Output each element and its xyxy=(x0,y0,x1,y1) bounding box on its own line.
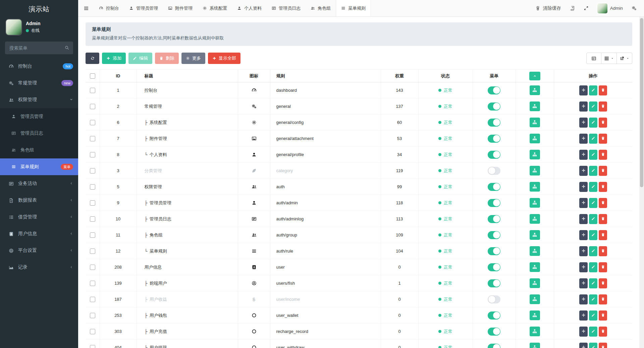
menu-toggle[interactable] xyxy=(488,328,500,336)
row-checkbox[interactable] xyxy=(90,152,95,157)
delete-row-button[interactable] xyxy=(599,198,607,208)
navbar-tab[interactable]: 管理员管理 xyxy=(124,0,163,16)
menu-toggle[interactable] xyxy=(488,86,500,94)
row-checkbox[interactable] xyxy=(90,281,95,286)
menu-toggle[interactable] xyxy=(488,119,500,127)
drag-sort-button[interactable] xyxy=(579,150,588,160)
menu-toggle[interactable] xyxy=(488,263,500,271)
edit-row-button[interactable] xyxy=(589,262,597,272)
language-button[interactable] xyxy=(570,6,575,11)
row-checkbox[interactable] xyxy=(90,297,95,302)
edit-row-button[interactable] xyxy=(589,166,597,176)
sitemap-button[interactable] xyxy=(530,230,540,240)
sidebar-item[interactable]: 借贷管理 xyxy=(0,209,78,225)
edit-row-button[interactable] xyxy=(589,182,597,192)
delete-row-button[interactable] xyxy=(599,327,607,337)
fullscreen-button[interactable] xyxy=(584,6,589,11)
delete-row-button[interactable] xyxy=(599,134,607,144)
delete-row-button[interactable] xyxy=(599,294,607,304)
column-header-icon[interactable]: 图标 xyxy=(238,70,270,82)
sitemap-button[interactable] xyxy=(530,101,540,111)
clear-cache-button[interactable]: 清除缓存 xyxy=(535,5,561,11)
column-header-rule[interactable]: 规则 xyxy=(270,70,381,82)
delete-row-button[interactable] xyxy=(599,85,607,95)
row-checkbox[interactable] xyxy=(90,249,95,254)
drag-sort-button[interactable] xyxy=(579,343,588,348)
user-menu[interactable]: Admin xyxy=(597,3,623,13)
edit-row-button[interactable] xyxy=(589,101,597,112)
edit-row-button[interactable] xyxy=(589,134,597,144)
sidebar-toggle-button[interactable] xyxy=(78,0,94,16)
edit-row-button[interactable] xyxy=(589,246,597,256)
delete-row-button[interactable] xyxy=(599,262,607,272)
drag-sort-button[interactable] xyxy=(579,118,588,128)
sidebar-item[interactable]: 管理员管理 xyxy=(0,108,78,125)
delete-row-button[interactable] xyxy=(599,214,607,224)
edit-row-button[interactable] xyxy=(589,294,597,304)
sitemap-button[interactable] xyxy=(530,150,540,159)
row-checkbox[interactable] xyxy=(90,200,95,206)
delete-row-button[interactable] xyxy=(599,246,607,256)
columns-view-button[interactable] xyxy=(601,53,617,64)
row-checkbox[interactable] xyxy=(90,104,95,109)
sidebar-item[interactable]: 控制台hot xyxy=(0,58,78,75)
menu-toggle[interactable] xyxy=(488,199,500,207)
sitemap-button[interactable] xyxy=(530,246,540,256)
column-header-menu[interactable]: 菜单 xyxy=(473,70,516,82)
column-header-title[interactable]: 标题 xyxy=(137,70,238,82)
drag-sort-button[interactable] xyxy=(579,134,588,144)
sidebar-item[interactable]: 权限管理 xyxy=(0,91,78,108)
menu-toggle[interactable] xyxy=(488,247,500,255)
delete-row-button[interactable] xyxy=(599,118,607,128)
sidebar-item[interactable]: 记录 xyxy=(0,259,78,276)
row-checkbox[interactable] xyxy=(90,88,95,93)
edit-row-button[interactable] xyxy=(589,214,597,224)
sitemap-button[interactable] xyxy=(530,262,540,272)
vertical-scrollbar[interactable] xyxy=(639,17,644,348)
row-checkbox[interactable] xyxy=(90,184,95,190)
select-all-checkbox[interactable] xyxy=(90,73,95,79)
edit-row-button[interactable] xyxy=(589,278,597,288)
drag-sort-button[interactable] xyxy=(579,182,588,192)
menu-toggle[interactable] xyxy=(488,311,500,320)
drag-sort-button[interactable] xyxy=(579,101,588,112)
column-header-status[interactable]: 状态 xyxy=(418,70,473,82)
edit-row-button[interactable] xyxy=(589,343,597,348)
menu-toggle[interactable] xyxy=(488,215,500,223)
row-checkbox[interactable] xyxy=(90,216,95,222)
sidebar-item[interactable]: 菜单规则菜单 xyxy=(0,158,78,175)
navbar-tab[interactable]: 管理员日志 xyxy=(267,0,306,16)
sitemap-button[interactable] xyxy=(530,294,540,304)
row-checkbox[interactable] xyxy=(90,136,95,141)
column-header-weight[interactable]: 权重 xyxy=(381,70,418,82)
scrollbar-thumb[interactable] xyxy=(640,18,643,187)
settings-button[interactable] xyxy=(632,6,637,11)
drag-sort-button[interactable] xyxy=(579,214,588,224)
drag-sort-button[interactable] xyxy=(579,230,588,240)
drag-sort-button[interactable] xyxy=(579,310,588,321)
navbar-tab[interactable]: 菜单规则 xyxy=(336,0,371,16)
refresh-button[interactable] xyxy=(86,53,99,64)
sitemap-button[interactable] xyxy=(530,278,540,288)
navbar-tab[interactable]: 角色组 xyxy=(306,0,336,16)
sidebar-item[interactable]: 数据报表 xyxy=(0,192,78,209)
sitemap-button[interactable] xyxy=(530,182,540,192)
sitemap-button[interactable] xyxy=(530,327,540,336)
more-button[interactable]: 更多 xyxy=(181,53,205,64)
delete-row-button[interactable] xyxy=(599,343,607,348)
edit-row-button[interactable] xyxy=(589,327,597,337)
menu-toggle[interactable] xyxy=(488,279,500,287)
delete-row-button[interactable] xyxy=(599,166,607,176)
menu-toggle[interactable] xyxy=(488,183,500,191)
column-header-id[interactable]: ID xyxy=(100,70,137,82)
sitemap-button[interactable] xyxy=(530,198,540,208)
sidebar-item[interactable]: 业务活动 xyxy=(0,175,78,192)
sitemap-button[interactable] xyxy=(530,134,540,143)
sidebar-item[interactable]: 管理员日志 xyxy=(0,125,78,142)
delete-row-button[interactable] xyxy=(599,278,607,288)
menu-toggle[interactable] xyxy=(488,135,500,143)
sitemap-button[interactable] xyxy=(530,343,540,348)
delete-row-button[interactable] xyxy=(599,150,607,160)
edit-row-button[interactable] xyxy=(589,230,597,240)
delete-row-button[interactable] xyxy=(599,310,607,321)
